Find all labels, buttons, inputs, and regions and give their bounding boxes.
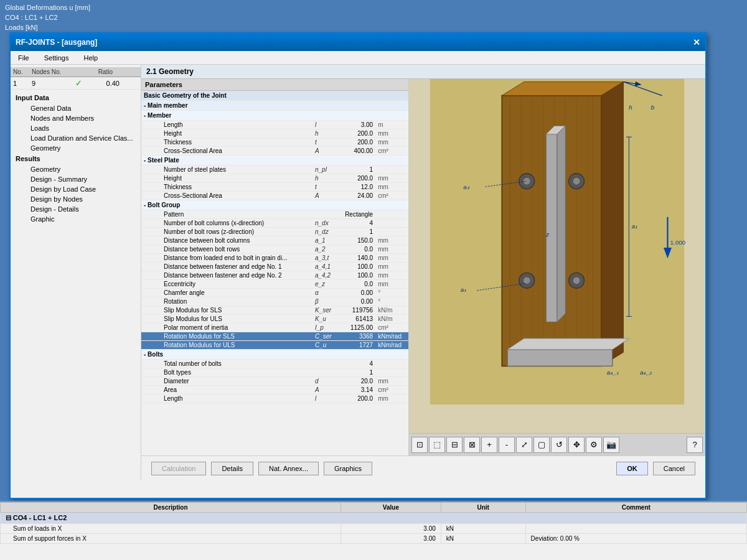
cancel-button[interactable]: Cancel bbox=[653, 462, 695, 475]
menu-file[interactable]: File bbox=[16, 54, 32, 62]
bg-symbol-cols: n_dx bbox=[312, 219, 337, 228]
sidebar-item-general-data[interactable]: General Data bbox=[11, 103, 141, 113]
param-symbol-sp-height: h bbox=[312, 174, 337, 183]
param-row-num-plates: Number of steel plates n_pl 1 bbox=[141, 166, 408, 174]
bg-row-ku: Slip Modulus for ULS K_u 61413 kN/m bbox=[141, 315, 408, 324]
bg-row-rows: Number of bolt rows (z-direction) n_dz 1 bbox=[141, 228, 408, 236]
view-btn-2[interactable]: ⬚ bbox=[429, 437, 445, 453]
ok-button[interactable]: OK bbox=[616, 462, 648, 475]
param-name-length: Length bbox=[141, 121, 312, 129]
bg-name-rows: Number of bolt rows (z-direction) bbox=[141, 228, 312, 236]
bolts-value-area: 3.14 bbox=[337, 386, 375, 394]
right-content: 2.1 Geometry Parameters Basic Geometry o… bbox=[141, 65, 705, 480]
param-symbol-cross-section: A bbox=[312, 147, 337, 156]
close-button[interactable]: ✕ bbox=[693, 37, 700, 47]
bg-unit-kser: kN/m bbox=[375, 306, 408, 315]
svg-marker-17 bbox=[507, 338, 629, 350]
bg-symbol-kser: K_ser bbox=[312, 306, 337, 315]
bg-name-edge1: Distance between fastener and edge No. 1 bbox=[141, 263, 312, 271]
view-btn-7[interactable]: ⤢ bbox=[516, 437, 532, 453]
view-btn-9[interactable]: ↺ bbox=[551, 437, 567, 453]
dialog-menu: File Settings Help bbox=[11, 51, 705, 65]
dialog-titlebar: RF-JOINTS - [ausgang] ✕ bbox=[11, 34, 705, 51]
view-btn-8[interactable]: ▢ bbox=[533, 437, 550, 453]
bg-name-cols: Number of bolt columns (x-direction) bbox=[141, 219, 312, 228]
param-row-thickness: Thickness t 200.0 mm bbox=[141, 138, 408, 147]
view-btn-4[interactable]: ⊠ bbox=[464, 437, 480, 453]
bg-value-cu: 1727 bbox=[337, 341, 375, 350]
sidebar-item-design-load-case[interactable]: Design by Load Case bbox=[11, 184, 141, 194]
param-name-cross-section: Cross-Sectional Area bbox=[141, 147, 312, 156]
param-unit-height: mm bbox=[375, 129, 408, 138]
bolts-unit-diameter: mm bbox=[375, 377, 408, 386]
view-btn-5[interactable]: + bbox=[481, 437, 497, 453]
bg-value-kser: 119756 bbox=[337, 306, 375, 315]
status-comment-2: Deviation: 0.00 % bbox=[525, 534, 746, 544]
sidebar-item-geometry-input[interactable]: Geometry bbox=[11, 143, 141, 153]
param-unit-cross-section: cm² bbox=[375, 147, 408, 156]
sidebar-item-loads[interactable]: Loads bbox=[11, 123, 141, 133]
menu-help[interactable]: Help bbox=[81, 54, 100, 62]
bg-symbol-cser: C_ser bbox=[312, 332, 337, 341]
params-header: Parameters bbox=[141, 79, 408, 91]
param-name-height: Height bbox=[141, 129, 312, 138]
bolts-section-row: - Bolts bbox=[141, 350, 408, 360]
param-value-sp-height: 200.0 bbox=[337, 174, 375, 183]
param-unit-sp-height: mm bbox=[375, 174, 408, 183]
view-btn-6[interactable]: - bbox=[499, 437, 515, 453]
svg-rect-13 bbox=[546, 134, 557, 322]
bg-symbol-rows: n_dz bbox=[312, 228, 337, 236]
status-section-label: ⊟ CO4 - LC1 + LC2 bbox=[1, 513, 747, 524]
view-panel: h b a₃ a₄_₁ a₄_₂ bbox=[409, 79, 705, 455]
bolts-row-types: Bolt types 1 bbox=[141, 368, 408, 377]
status-row-1: Sum of loads in X 3.00 kN bbox=[1, 524, 747, 534]
sidebar-item-design-nodes[interactable]: Design by Nodes bbox=[11, 194, 141, 204]
bg-unit-ku: kN/m bbox=[375, 315, 408, 324]
bolts-symbol-length: l bbox=[312, 394, 337, 403]
results-header: Results bbox=[11, 153, 141, 164]
view-btn-1[interactable]: ⊡ bbox=[411, 437, 428, 453]
view-btn-3[interactable]: ⊟ bbox=[446, 437, 463, 453]
calculation-button[interactable]: Calculation bbox=[151, 462, 206, 475]
nat-annex-button[interactable]: Nat. Annex... bbox=[258, 462, 319, 475]
view-area: h b a₃ a₄_₁ a₄_₂ bbox=[409, 79, 705, 433]
sidebar-item-graphic[interactable]: Graphic bbox=[11, 214, 141, 224]
sidebar-item-design-details[interactable]: Design - Details bbox=[11, 204, 141, 214]
bg-unit-edge1: mm bbox=[375, 263, 408, 271]
view-btn-help[interactable]: ? bbox=[687, 437, 703, 453]
bg-symbol-edge2: a_4,2 bbox=[312, 271, 337, 280]
graphics-button[interactable]: Graphics bbox=[324, 462, 372, 475]
param-name-num-plates: Number of steel plates bbox=[141, 166, 312, 174]
sidebar-item-nodes-members[interactable]: Nodes and Members bbox=[11, 113, 141, 123]
steel-plate-label: - Steel Plate bbox=[141, 156, 408, 166]
dialog-footer: Calculation Details Nat. Annex... Graphi… bbox=[141, 455, 705, 480]
param-symbol-sp-thickness: t bbox=[312, 183, 337, 192]
bg-value-chamfer: 0.00 bbox=[337, 289, 375, 297]
sidebar-item-geometry-result[interactable]: Geometry bbox=[11, 164, 141, 174]
bolts-name-diameter: Diameter bbox=[141, 377, 312, 386]
bg-row-polar: Polar moment of inertia I_p 1125.00 cm² bbox=[141, 324, 408, 332]
status-col-description: Description bbox=[1, 503, 341, 513]
svg-marker-12 bbox=[601, 82, 623, 366]
steel-plate-section-row: - Steel Plate bbox=[141, 156, 408, 166]
sidebar-item-load-duration[interactable]: Load Duration and Service Clas... bbox=[11, 133, 141, 143]
bg-name-rotation: Rotation bbox=[141, 297, 312, 306]
view-btn-12[interactable]: 📷 bbox=[603, 437, 619, 453]
bolts-row-length: Length l 200.0 mm bbox=[141, 394, 408, 403]
status-unit-1: kN bbox=[441, 524, 525, 534]
status-desc-2: Sum of support forces in X bbox=[1, 534, 341, 544]
bg-value-eccentricity: 0.0 bbox=[337, 280, 375, 289]
menu-settings[interactable]: Settings bbox=[42, 54, 72, 62]
bg-row-rotation: Rotation β 0.00 ° bbox=[141, 297, 408, 306]
table-row[interactable]: 1 9 ✓ 0.40 bbox=[11, 77, 141, 90]
param-unit-num-plates bbox=[375, 166, 408, 174]
view-btn-11[interactable]: ⚙ bbox=[586, 437, 602, 453]
col-header-nodes: Nodes No. bbox=[32, 68, 75, 75]
basic-geometry-row: Basic Geometry of the Joint bbox=[141, 91, 408, 101]
view-btn-10[interactable]: ✥ bbox=[568, 437, 585, 453]
sidebar-item-design-summary[interactable]: Design - Summary bbox=[11, 174, 141, 184]
view-toolbar: ⊡ ⬚ ⊟ ⊠ + - ⤢ ▢ ↺ ✥ ⚙ 📷 ? bbox=[409, 433, 705, 455]
details-button[interactable]: Details bbox=[211, 462, 253, 475]
bolt-group-label: - Bolt Group bbox=[141, 200, 408, 210]
main-member-row: - Main member bbox=[141, 101, 408, 111]
